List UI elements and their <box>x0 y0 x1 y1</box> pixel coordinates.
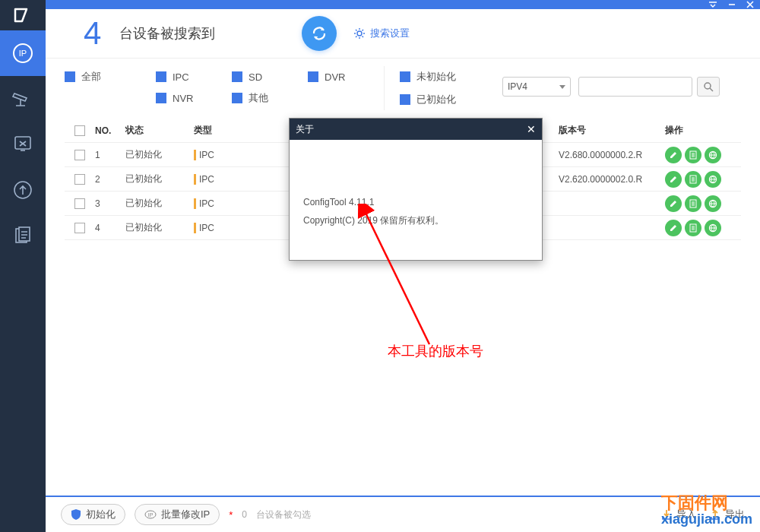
refresh-button[interactable] <box>302 16 337 51</box>
filter-all[interactable]: 全部 <box>65 66 156 87</box>
web-icon[interactable] <box>705 147 721 163</box>
about-dialog: 关于 ✕ ConfigTool 4.11.1 Copyright(C) 2019… <box>289 118 543 261</box>
col-status: 状态 <box>125 124 194 137</box>
ip-icon: IP <box>144 509 157 520</box>
init-button[interactable]: 初始化 <box>61 504 125 525</box>
col-no: NO. <box>95 125 125 136</box>
svg-point-7 <box>705 83 711 89</box>
search-settings-link[interactable]: 搜索设置 <box>353 27 410 40</box>
svg-text:IP: IP <box>148 512 154 518</box>
footer-bar: 初始化 IP 批量修改IP * 0 台设备被勾选 导入 导出 <box>46 496 760 532</box>
annotation-text: 本工具的版本号 <box>388 342 483 360</box>
device-count-label: 台设备被搜索到 <box>119 24 215 43</box>
chevron-down-icon <box>559 85 565 89</box>
batch-ip-button[interactable]: IP 批量修改IP <box>135 504 220 525</box>
required-star: * <box>229 509 233 521</box>
close-icon[interactable] <box>746 1 754 8</box>
filter-dvr[interactable]: DVR <box>308 66 384 87</box>
nav-upgrade-icon[interactable] <box>0 167 46 213</box>
col-type: 类型 <box>194 124 247 137</box>
filter-sd[interactable]: SD <box>232 66 308 87</box>
web-icon[interactable] <box>705 195 721 212</box>
filter-nvr[interactable]: NVR <box>156 87 232 109</box>
col-ops: 操作 <box>665 124 741 137</box>
dropdown-icon[interactable] <box>708 1 717 8</box>
device-count: 4 <box>84 15 101 52</box>
nav-tools-icon[interactable] <box>0 122 46 167</box>
filter-other[interactable]: 其他 <box>232 87 308 109</box>
nav-ip-icon[interactable]: IP <box>0 30 46 76</box>
about-copyright: Copyright(C) 2019 保留所有权利。 <box>303 211 528 230</box>
left-sidebar: IP <box>0 0 46 532</box>
watermark: 下固件网 xiagujian.com <box>661 494 752 527</box>
window-titlebar <box>46 0 760 9</box>
header: 4 台设备被搜索到 搜索设置 <box>46 9 760 59</box>
filter-ipc[interactable]: IPC <box>156 66 232 87</box>
edit-icon[interactable] <box>665 220 682 236</box>
detail-icon[interactable] <box>685 195 701 212</box>
dialog-title: 关于 <box>296 123 314 136</box>
web-icon[interactable] <box>705 171 721 188</box>
search-icon <box>703 81 714 92</box>
row-checkbox[interactable] <box>74 174 85 185</box>
detail-icon[interactable] <box>685 220 701 236</box>
about-version: ConfigTool 4.11.1 <box>303 193 528 211</box>
selected-count: 0 <box>242 509 247 520</box>
gear-icon <box>353 27 366 40</box>
search-settings-label: 搜索设置 <box>370 27 410 40</box>
svg-text:IP: IP <box>19 49 27 58</box>
svg-rect-5 <box>19 227 30 241</box>
svg-point-6 <box>357 31 362 36</box>
nav-camera-icon[interactable] <box>0 76 46 122</box>
selected-suffix: 台设备被勾选 <box>256 508 311 521</box>
filter-inited[interactable]: 已初始化 <box>400 89 491 110</box>
search-input[interactable] <box>578 77 692 97</box>
detail-icon[interactable] <box>685 171 701 188</box>
ip-proto-select[interactable]: IPV4 <box>502 77 571 97</box>
shield-icon <box>71 508 81 521</box>
filter-bar: 全部 IPC SD DVR NVR 其他 未初始化 已初始化 IPV4 <box>46 59 760 114</box>
app-logo <box>0 0 46 30</box>
dialog-close-icon[interactable]: ✕ <box>527 123 536 135</box>
filter-uninit[interactable]: 未初始化 <box>400 66 491 87</box>
row-checkbox[interactable] <box>74 198 85 209</box>
detail-icon[interactable] <box>685 147 701 163</box>
edit-icon[interactable] <box>665 147 682 163</box>
edit-icon[interactable] <box>665 171 682 188</box>
web-icon[interactable] <box>705 220 721 236</box>
search-button[interactable] <box>697 77 720 97</box>
row-checkbox[interactable] <box>74 223 85 233</box>
select-all-checkbox[interactable] <box>74 125 85 136</box>
minimize-icon[interactable] <box>728 1 736 8</box>
col-version: 版本号 <box>559 124 665 137</box>
edit-icon[interactable] <box>665 195 682 212</box>
nav-docs-icon[interactable] <box>0 213 46 258</box>
row-checkbox[interactable] <box>74 150 85 160</box>
